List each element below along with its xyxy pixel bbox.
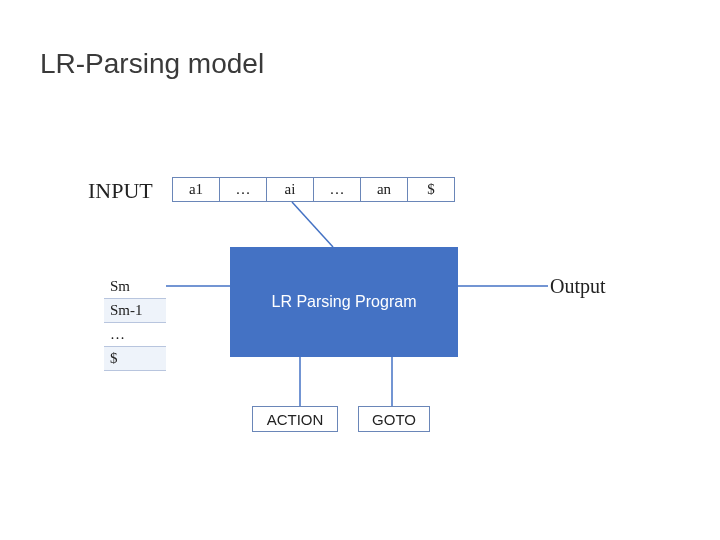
stack-cell: Sm <box>104 275 166 299</box>
action-table-box: ACTION <box>252 406 338 432</box>
input-tape: a1 … ai … an $ <box>172 177 455 202</box>
page-title: LR-Parsing model <box>40 48 264 80</box>
input-cell: … <box>219 177 267 202</box>
program-label: LR Parsing Program <box>272 293 417 311</box>
stack-cell: $ <box>104 347 166 371</box>
svg-line-0 <box>292 202 333 247</box>
stack-cell: … <box>104 323 166 347</box>
input-cell: a1 <box>172 177 220 202</box>
stack-cell: Sm-1 <box>104 299 166 323</box>
stack: Sm Sm-1 … $ <box>104 275 166 371</box>
input-label: INPUT <box>88 178 153 204</box>
output-label: Output <box>550 275 606 298</box>
lr-parsing-program-box: LR Parsing Program <box>230 247 458 357</box>
input-cell: an <box>360 177 408 202</box>
goto-table-box: GOTO <box>358 406 430 432</box>
input-cell: … <box>313 177 361 202</box>
input-cell: ai <box>266 177 314 202</box>
action-label: ACTION <box>267 411 324 428</box>
input-cell: $ <box>407 177 455 202</box>
goto-label: GOTO <box>372 411 416 428</box>
